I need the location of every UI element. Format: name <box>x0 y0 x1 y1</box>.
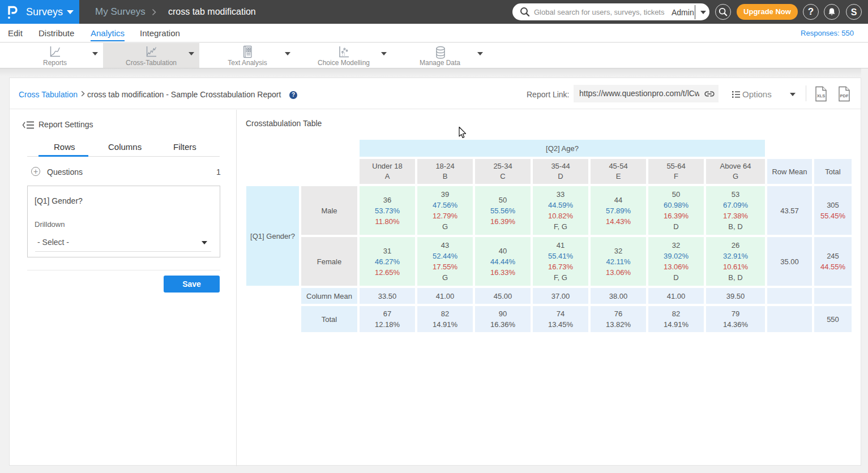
svg-text:XLS: XLS <box>817 93 826 98</box>
svg-text:PDF: PDF <box>840 93 849 98</box>
